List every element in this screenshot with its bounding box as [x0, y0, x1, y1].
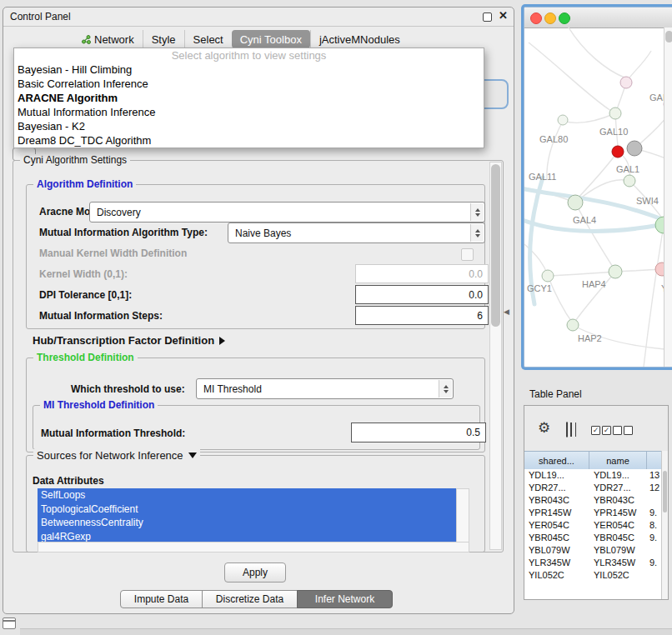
mi-type-combo[interactable]: Naive Bayes [228, 222, 485, 243]
table-row[interactable]: YBL079W YBL079W [524, 544, 661, 557]
network-node[interactable] [609, 108, 621, 119]
minimize-traffic-light-icon[interactable] [544, 12, 556, 24]
attribute-list-vscrollbar[interactable] [456, 488, 469, 545]
column-header-shared[interactable]: shared... [524, 452, 589, 469]
deselect-all-checkboxes-icon[interactable] [613, 426, 633, 435]
dpi-tolerance-field[interactable]: 0.0 [355, 285, 489, 304]
tab-select[interactable]: Select [184, 30, 232, 48]
table-panel-title: Table Panel [529, 388, 582, 400]
node-label: GAL11 [529, 172, 556, 182]
network-vscrollbar[interactable] [664, 28, 672, 367]
minimized-panel-icon[interactable] [3, 618, 16, 629]
tab-infer-network[interactable]: Infer Network [297, 590, 393, 608]
dropdown-item[interactable]: Bayesian - K2 [14, 119, 484, 133]
network-vscrollbar-thumb[interactable] [665, 31, 672, 42]
table-vscrollbar-thumb[interactable] [663, 471, 667, 512]
collapse-down-icon [188, 452, 197, 458]
tab-jactivemnodules[interactable]: jActiveMNodules [310, 30, 409, 48]
dropdown-item[interactable]: Dream8 DC_TDC Algorithm [14, 133, 484, 148]
node-label: GAL1 [616, 164, 639, 174]
network-node[interactable] [558, 115, 568, 125]
mi-threshold-field[interactable]: 0.5 [351, 422, 486, 442]
attribute-list-hscrollbar[interactable] [38, 542, 469, 552]
top-tab-bar: Network Style Select Cyni Toolbox jActiv… [73, 30, 409, 48]
apply-button[interactable]: Apply [224, 562, 286, 582]
node-label: GAL4 [573, 215, 596, 225]
data-attributes-label: Data Attributes [33, 475, 104, 487]
dropdown-item[interactable]: Basic Correlation Inference [14, 77, 484, 91]
table-row[interactable]: YDR27... YDR27... 12 [524, 482, 661, 494]
node-label: SWI4 [636, 196, 659, 206]
attribute-item[interactable]: SelfLoops [38, 488, 456, 502]
table-row[interactable]: YDL19... YDL19... 13 [524, 469, 661, 482]
node-label: GAL [649, 92, 664, 102]
attribute-list: SelfLoops TopologicalCoefficient Between… [38, 488, 456, 543]
node-label: GAL80 [539, 134, 568, 144]
mi-threshold-group-title: MI Threshold Definition [40, 399, 158, 411]
attribute-item[interactable]: BetweennessCentrality [38, 516, 456, 530]
cyni-settings-title: Cyni Algorithm Settings [20, 154, 130, 166]
network-node[interactable] [609, 265, 622, 278]
node-label: GAL10 [599, 127, 628, 137]
network-node[interactable] [567, 319, 579, 331]
column-browser-icon[interactable] [566, 422, 568, 438]
mi-steps-field[interactable]: 6 [355, 306, 489, 325]
network-canvas[interactable]: GAL GAL80 GAL10 GAL11 GAL1 SWI4 GAL4 GCY… [524, 28, 664, 367]
mi-type-label: Mutual Information Algorithm Type: [39, 227, 208, 238]
gear-icon[interactable]: ⚙ [538, 421, 550, 435]
close-traffic-light-icon[interactable] [530, 12, 542, 24]
table-row[interactable]: YIL052C YIL052C [524, 569, 661, 582]
hub-section-header[interactable]: Hub/Transcription Factor Definition [33, 334, 225, 347]
control-panel-title: Control Panel [10, 11, 71, 22]
tab-impute-data[interactable]: Impute Data [120, 590, 203, 608]
combo-stepper-icon [470, 203, 484, 221]
zoom-traffic-light-icon[interactable] [559, 12, 570, 24]
float-window-icon[interactable] [483, 12, 492, 22]
mi-threshold-label: Mutual Information Threshold: [41, 428, 185, 439]
table-row[interactable]: YLR345W YLR345W 9. [524, 557, 661, 569]
kernel-width-field[interactable]: 0.0 [355, 264, 489, 283]
dpi-tolerance-label: DPI Tolerance [0,1]: [39, 289, 132, 301]
network-graph: GAL GAL80 GAL10 GAL11 GAL1 SWI4 GAL4 GCY… [524, 28, 664, 367]
table-vscrollbar[interactable] [661, 451, 668, 599]
table-row[interactable]: YPR145W YPR145W 9. [524, 507, 661, 519]
table-row[interactable]: YBR045C YBR045C 9. [524, 532, 661, 544]
control-panel-window: Control Panel ✕ Network Style Select Cyn… [3, 7, 514, 614]
network-node[interactable] [620, 77, 632, 88]
panel-collapse-arrow-icon[interactable]: ◀ [504, 308, 509, 316]
tab-style[interactable]: Style [143, 30, 184, 48]
table-header: shared... name [524, 451, 661, 470]
network-node[interactable] [624, 175, 635, 187]
tab-cyni-toolbox[interactable]: Cyni Toolbox [232, 30, 310, 48]
manual-kernel-checkbox[interactable] [461, 248, 474, 261]
sources-group-title[interactable]: Sources for Network Inference [33, 449, 200, 462]
expand-right-icon [219, 337, 225, 345]
close-icon[interactable]: ✕ [499, 9, 508, 22]
tab-network[interactable]: Network [73, 30, 143, 48]
settings-scrollbar-thumb[interactable] [491, 164, 500, 327]
tab-discretize-data[interactable]: Discretize Data [202, 590, 298, 608]
algorithm-definition-title: Algorithm Definition [33, 178, 136, 190]
network-node[interactable] [542, 270, 554, 282]
attribute-item[interactable]: TopologicalCoefficient [38, 502, 456, 517]
network-node[interactable] [612, 146, 624, 158]
settings-scrollbar[interactable] [489, 162, 502, 550]
column-header-partial[interactable] [647, 452, 661, 469]
kernel-width-label: Kernel Width (0,1): [39, 268, 128, 280]
combo-stepper-icon [470, 224, 484, 242]
manual-kernel-label: Manual Kernel Width Definition [39, 248, 187, 259]
node-label: GCY1 [527, 283, 552, 293]
table-row[interactable]: YBR043C YBR043C [524, 494, 661, 507]
dropdown-item[interactable]: Mutual Information Inference [14, 105, 484, 119]
aracne-mode-combo[interactable]: Discovery [89, 202, 485, 222]
dropdown-item[interactable]: Bayesian - Hill Climbing [14, 62, 484, 77]
column-header-name[interactable]: name [589, 452, 647, 469]
threshold-definition-title: Threshold Definition [33, 352, 138, 363]
which-threshold-combo[interactable]: MI Threshold [196, 378, 454, 399]
select-all-checkboxes-icon[interactable] [591, 426, 611, 435]
network-node[interactable] [627, 141, 642, 156]
dropdown-item-selected[interactable]: ARACNE Algorithm [14, 91, 484, 105]
network-node[interactable] [568, 195, 583, 210]
table-row[interactable]: YER054C YER054C 8. [524, 519, 661, 532]
network-view-window: GAL GAL80 GAL10 GAL11 GAL1 SWI4 GAL4 GCY… [524, 7, 672, 368]
